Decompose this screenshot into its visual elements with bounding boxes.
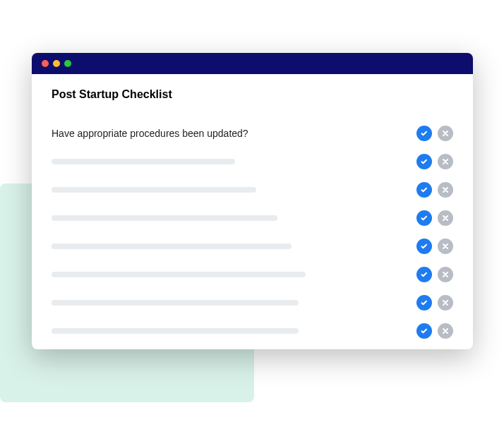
x-icon[interactable] [438,182,453,198]
checklist-item-text: Have appropriate procedures been updated… [52,128,248,139]
x-icon[interactable] [438,267,453,282]
checklist-item: Have appropriate procedures been updated… [52,119,453,147]
checklist-item-placeholder [52,187,256,193]
checklist-item-controls [416,126,453,141]
checklist-item-placeholder [52,215,277,221]
check-icon[interactable] [416,295,432,311]
x-icon[interactable] [438,210,453,226]
check-icon[interactable] [416,267,432,282]
checklist-item [52,289,453,317]
checklist-item-controls [416,295,453,311]
checklist-item [52,232,453,260]
x-icon[interactable] [438,126,453,141]
x-icon[interactable] [438,295,453,311]
checklist-heading: Post Startup Checklist [52,88,453,101]
x-icon[interactable] [438,239,453,254]
check-icon[interactable] [416,126,432,141]
x-icon[interactable] [438,154,453,169]
check-icon[interactable] [416,182,432,198]
window-titlebar [32,53,473,74]
checklist-item-placeholder [52,159,235,164]
checklist-item [52,176,453,204]
checklist-items: Have appropriate procedures been updated… [52,119,453,345]
checklist-item-placeholder [52,328,299,334]
checklist-item [52,260,453,289]
x-icon[interactable] [438,323,453,339]
checklist-item-placeholder [52,243,292,249]
window-content: Post Startup Checklist Have appropriate … [32,74,473,349]
checklist-item [52,147,453,176]
checklist-item [52,317,453,345]
close-window-dot[interactable] [42,60,49,67]
checklist-item [52,204,453,232]
checklist-item-controls [416,267,453,282]
checklist-item-controls [416,210,453,226]
checklist-window: Post Startup Checklist Have appropriate … [32,53,473,349]
checklist-item-placeholder [52,272,306,277]
checklist-item-placeholder [52,300,299,306]
check-icon[interactable] [416,210,432,226]
checklist-item-controls [416,182,453,198]
check-icon[interactable] [416,239,432,254]
checklist-item-controls [416,323,453,339]
minimize-window-dot[interactable] [53,60,60,67]
check-icon[interactable] [416,323,432,339]
maximize-window-dot[interactable] [64,60,71,67]
checklist-item-controls [416,154,453,169]
checklist-item-controls [416,239,453,254]
check-icon[interactable] [416,154,432,169]
